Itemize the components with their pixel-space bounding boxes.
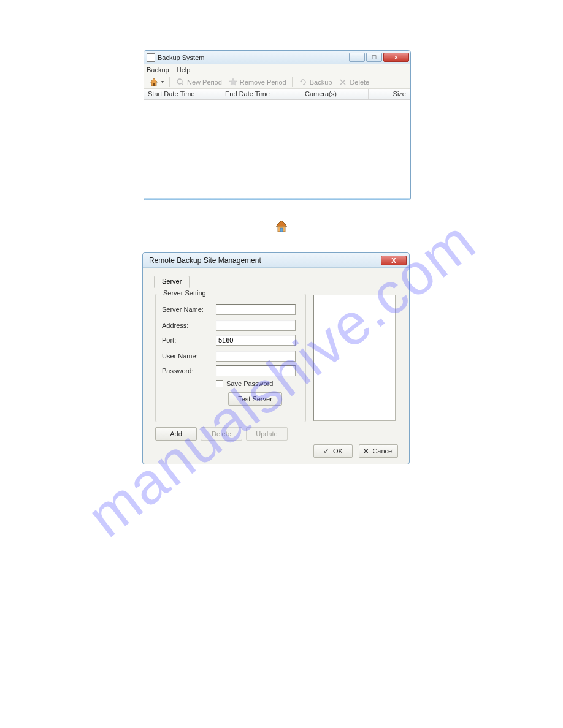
col-cameras[interactable]: Camera(s) xyxy=(301,89,369,99)
address-field[interactable] xyxy=(216,320,296,331)
new-period-button[interactable]: New Period xyxy=(173,77,224,87)
delete-x-icon xyxy=(338,77,348,87)
password-field[interactable] xyxy=(216,365,296,376)
dialog-title: Remote Backup Site Management xyxy=(149,256,381,265)
backup-button-label: Backup xyxy=(310,78,332,86)
delete-button[interactable]: Delete xyxy=(335,77,372,87)
tab-strip: Server xyxy=(150,274,402,287)
group-title: Server Setting xyxy=(161,289,209,297)
column-headers: Start Date Time End Date Time Camera(s) … xyxy=(144,89,410,100)
remote-backup-dialog: Remote Backup Site Management X Server S… xyxy=(142,252,410,464)
minimize-button[interactable]: — xyxy=(349,53,365,62)
house-icon xyxy=(149,77,159,87)
new-period-label: New Period xyxy=(187,78,222,86)
toolbar: ▾ New Period Remove Period Backup xyxy=(144,75,410,89)
backup-button[interactable]: Backup xyxy=(296,77,335,87)
toolbar-separator xyxy=(169,77,170,87)
update-button[interactable]: Update xyxy=(246,427,288,441)
close-button[interactable]: X xyxy=(383,53,409,62)
cancel-button[interactable]: ✕ Cancel xyxy=(359,444,398,458)
svg-rect-1 xyxy=(153,83,155,86)
server-list[interactable] xyxy=(313,295,396,421)
separator xyxy=(151,438,400,438)
port-field[interactable] xyxy=(216,335,296,346)
label-user-name: User Name: xyxy=(162,352,216,360)
server-name-field[interactable] xyxy=(216,304,296,315)
delete-button-label: Delete xyxy=(350,78,369,86)
backup-system-window: Backup System — ☐ X Backup Help ▾ New Pe… xyxy=(144,50,411,200)
x-icon: ✕ xyxy=(363,447,369,455)
ok-label: OK xyxy=(333,447,343,455)
app-icon xyxy=(147,53,155,62)
server-setting-group: Server Setting Server Name: Address: Por… xyxy=(155,294,306,422)
row-user-name: User Name: xyxy=(162,351,296,362)
title-bar: Remote Backup Site Management X xyxy=(143,253,409,268)
cancel-label: Cancel xyxy=(372,447,393,455)
refresh-icon xyxy=(298,77,308,87)
menu-bar: Backup Help xyxy=(144,64,410,75)
col-end-date[interactable]: End Date Time xyxy=(221,89,301,99)
title-bar: Backup System — ☐ X xyxy=(144,51,410,64)
row-address: Address: xyxy=(162,320,296,331)
save-password-row: Save Password xyxy=(216,380,273,387)
svg-point-2 xyxy=(177,79,182,84)
list-body xyxy=(144,100,410,198)
chevron-down-icon: ▾ xyxy=(161,79,164,85)
home-dropdown-button[interactable]: ▾ xyxy=(147,77,166,87)
toolbar-separator xyxy=(292,77,293,87)
save-password-checkbox[interactable] xyxy=(216,380,223,387)
save-password-label: Save Password xyxy=(226,380,273,387)
svg-line-3 xyxy=(182,83,183,85)
menu-backup[interactable]: Backup xyxy=(147,66,169,74)
check-icon: ✓ xyxy=(323,447,329,455)
dialog-buttons: ✓ OK ✕ Cancel xyxy=(313,444,398,458)
tab-server[interactable]: Server xyxy=(154,276,190,288)
label-address: Address: xyxy=(162,322,216,329)
ok-button[interactable]: ✓ OK xyxy=(313,444,353,458)
star-remove-icon xyxy=(228,77,238,87)
svg-rect-10 xyxy=(280,228,283,232)
row-server-name: Server Name: xyxy=(162,304,296,315)
svg-marker-9 xyxy=(276,221,287,226)
col-start-date[interactable]: Start Date Time xyxy=(144,89,221,99)
remove-period-label: Remove Period xyxy=(240,78,286,86)
label-port: Port: xyxy=(162,336,216,344)
add-button[interactable]: Add xyxy=(155,427,197,441)
label-server-name: Server Name: xyxy=(162,306,216,313)
bottom-border-glow xyxy=(144,198,410,200)
col-size[interactable]: Size xyxy=(369,89,410,99)
svg-marker-4 xyxy=(229,78,237,85)
action-button-row: Add Delete Update xyxy=(155,427,288,441)
row-port: Port: xyxy=(162,335,296,346)
label-password: Password: xyxy=(162,367,216,374)
window-title: Backup System xyxy=(158,54,349,61)
delete-server-button[interactable]: Delete xyxy=(201,427,242,441)
menu-help[interactable]: Help xyxy=(177,66,191,74)
remove-period-button[interactable]: Remove Period xyxy=(226,77,289,87)
close-button[interactable]: X xyxy=(381,256,407,265)
row-password: Password: xyxy=(162,365,296,376)
user-name-field[interactable] xyxy=(216,351,296,362)
maximize-button[interactable]: ☐ xyxy=(366,53,382,62)
test-server-button[interactable]: Test Server xyxy=(228,392,282,406)
magnifier-icon xyxy=(175,77,185,87)
house-icon xyxy=(274,219,289,233)
